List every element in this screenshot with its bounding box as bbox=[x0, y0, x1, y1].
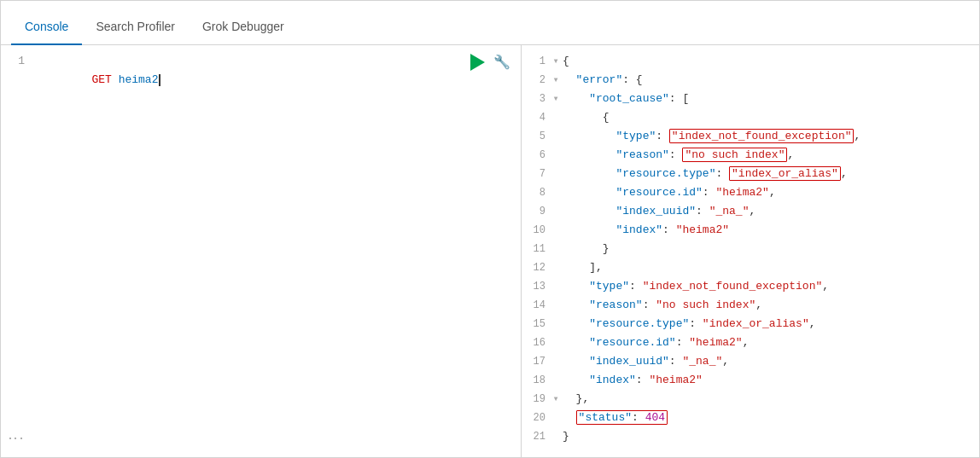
tab-bar: Console Search Profiler Grok Debugger bbox=[1, 1, 979, 45]
editor-code[interactable]: GET heima2 bbox=[32, 52, 521, 452]
output-line: 12 ], bbox=[522, 258, 979, 277]
tab-search-profiler[interactable]: Search Profiler bbox=[82, 9, 189, 45]
output-line: 14 "reason": "no such index", bbox=[522, 296, 979, 315]
output-line: 8 "resource.id": "heima2", bbox=[522, 183, 979, 202]
output-line: 6 "reason": "no such index", bbox=[522, 146, 979, 165]
output-line: 19 ▾ }, bbox=[522, 390, 979, 409]
api-path: heima2 bbox=[119, 73, 159, 86]
wrench-icon[interactable]: 🔧 bbox=[493, 54, 510, 71]
output-line: 11 } bbox=[522, 240, 979, 258]
output-line: 3 ▾ "root_cause": [ bbox=[522, 90, 979, 108]
output-line: 1 ▾ { bbox=[522, 52, 979, 71]
output-panel: 1 ▾ { 2 ▾ "error": { 3 ▾ "root_cause": [… bbox=[522, 45, 979, 458]
main-content: 🔧 1 GET heima2 ⋮ 1 ▾ { 2 ▾ "error": { bbox=[1, 45, 979, 458]
tab-grok-debugger[interactable]: Grok Debugger bbox=[189, 9, 298, 45]
output-line: 5 "type": "index_not_found_exception", bbox=[522, 127, 979, 146]
editor-expand-icon[interactable]: ⋮ bbox=[7, 431, 26, 448]
editor-toolbar: 🔧 bbox=[470, 54, 510, 71]
editor-panel: 🔧 1 GET heima2 ⋮ bbox=[1, 45, 522, 458]
editor-line-numbers: 1 bbox=[1, 52, 32, 452]
output-line: 16 "resource.id": "heima2", bbox=[522, 333, 979, 352]
output-line: 20 "status": 404 bbox=[522, 409, 979, 427]
tab-console[interactable]: Console bbox=[11, 9, 82, 45]
output-line: 17 "index_uuid": "_na_", bbox=[522, 352, 979, 371]
text-cursor bbox=[159, 74, 160, 86]
output-line: 13 "type": "index_not_found_exception", bbox=[522, 277, 979, 296]
output-line: 2 ▾ "error": { bbox=[522, 71, 979, 90]
output-line: 18 "index": "heima2" bbox=[522, 371, 979, 390]
output-line: 21 } bbox=[522, 427, 979, 446]
output-line: 4 { bbox=[522, 108, 979, 127]
output-line: 9 "index_uuid": "_na_", bbox=[522, 202, 979, 221]
editor-content: 1 GET heima2 bbox=[1, 45, 521, 458]
output-line: 7 "resource.type": "index_or_alias", bbox=[522, 165, 979, 183]
output-line: 15 "resource.type": "index_or_alias", bbox=[522, 315, 979, 333]
http-method: GET bbox=[91, 73, 111, 86]
run-button[interactable] bbox=[470, 54, 485, 71]
output-line: 10 "index": "heima2" bbox=[522, 221, 979, 240]
